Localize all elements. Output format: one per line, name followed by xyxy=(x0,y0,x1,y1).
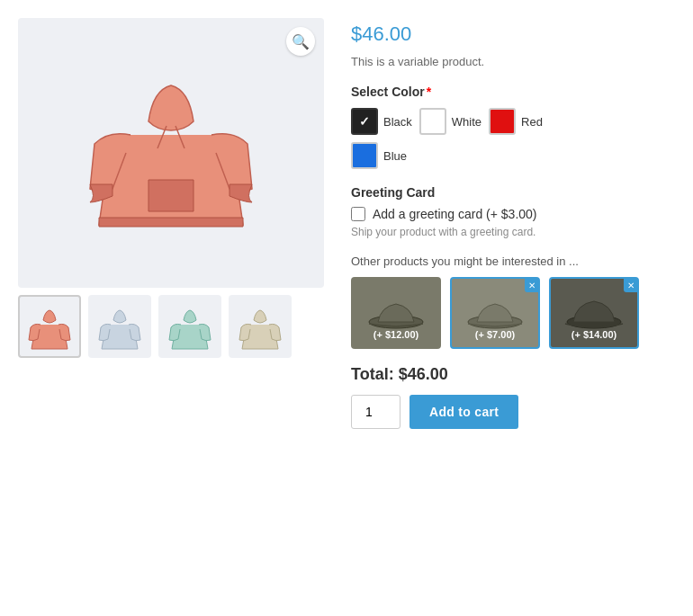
total-label: Total: $46.00 xyxy=(351,365,675,384)
product-card-price-2: (+ $7.00) xyxy=(475,329,515,340)
color-label-red: Red xyxy=(521,115,543,129)
product-details: $46.00 This is a variable product. Selec… xyxy=(351,18,675,598)
product-card-3[interactable]: ✕ (+ $14.00) xyxy=(549,277,639,349)
product-card-close-2[interactable]: ✕ xyxy=(525,278,539,292)
product-card-price-1: (+ $12.00) xyxy=(374,329,418,340)
hoodie-illustration xyxy=(81,45,261,261)
greeting-card-option: Add a greeting card (+ $3.00) xyxy=(351,207,675,221)
product-card-2[interactable]: ✕ (+ $7.00) xyxy=(450,277,540,349)
cart-row: Add to cart xyxy=(351,395,675,429)
checkmark-black: ✓ xyxy=(359,114,370,129)
color-options: ✓ Black ✓ White ✓ Red xyxy=(351,108,675,135)
quantity-input[interactable] xyxy=(351,395,400,429)
product-images: 🔍 xyxy=(18,18,324,598)
color-label-white: White xyxy=(452,115,482,129)
color-option-black[interactable]: ✓ Black xyxy=(351,108,412,135)
product-price: $46.00 xyxy=(351,22,675,46)
thumbnail-item[interactable] xyxy=(229,295,292,358)
thumbnail-item[interactable] xyxy=(158,295,221,358)
color-selection: Select Color* ✓ Black ✓ White xyxy=(351,85,675,169)
swatch-black[interactable]: ✓ xyxy=(351,108,378,135)
color-label: Select Color* xyxy=(351,85,675,99)
hat-image-2 xyxy=(464,293,526,334)
swatch-white[interactable]: ✓ xyxy=(419,108,446,135)
required-star: * xyxy=(427,85,431,99)
swatch-red[interactable]: ✓ xyxy=(489,108,516,135)
thumbnail-list xyxy=(18,295,324,358)
zoom-icon[interactable]: 🔍 xyxy=(286,27,315,56)
swatch-blue[interactable]: ✓ xyxy=(351,142,378,169)
greeting-card-title: Greeting Card xyxy=(351,185,675,200)
other-products-title: Other products you might be interested i… xyxy=(351,254,675,268)
add-to-cart-button[interactable]: Add to cart xyxy=(410,395,518,429)
hat-image-3 xyxy=(562,293,626,334)
color-option-white[interactable]: ✓ White xyxy=(419,108,482,135)
thumbnail-item[interactable] xyxy=(88,295,151,358)
product-card-close-3[interactable]: ✕ xyxy=(624,278,638,292)
color-label-black: Black xyxy=(383,115,412,129)
hat-image-1 xyxy=(364,293,428,334)
product-card-price-3: (+ $14.00) xyxy=(572,329,616,340)
greeting-card-label[interactable]: Add a greeting card (+ $3.00) xyxy=(373,207,537,221)
greeting-card-section: Greeting Card Add a greeting card (+ $3.… xyxy=(351,185,675,238)
greeting-card-checkbox[interactable] xyxy=(351,207,365,221)
main-image: 🔍 xyxy=(18,18,324,288)
thumbnail-item[interactable] xyxy=(18,295,81,358)
greeting-card-note: Ship your product with a greeting card. xyxy=(351,226,675,238)
color-label-blue: Blue xyxy=(383,149,407,163)
color-option-blue[interactable]: ✓ Blue xyxy=(351,142,407,169)
color-option-red[interactable]: ✓ Red xyxy=(489,108,543,135)
product-description: This is a variable product. xyxy=(351,55,675,68)
product-card-1[interactable]: (+ $12.00) xyxy=(351,277,441,349)
page-container: 🔍 xyxy=(0,0,693,616)
color-options-row2: ✓ Blue xyxy=(351,142,675,169)
other-products-grid: (+ $12.00) ✕ (+ $7.00) ✕ xyxy=(351,277,675,349)
other-products-section: Other products you might be interested i… xyxy=(351,254,675,349)
